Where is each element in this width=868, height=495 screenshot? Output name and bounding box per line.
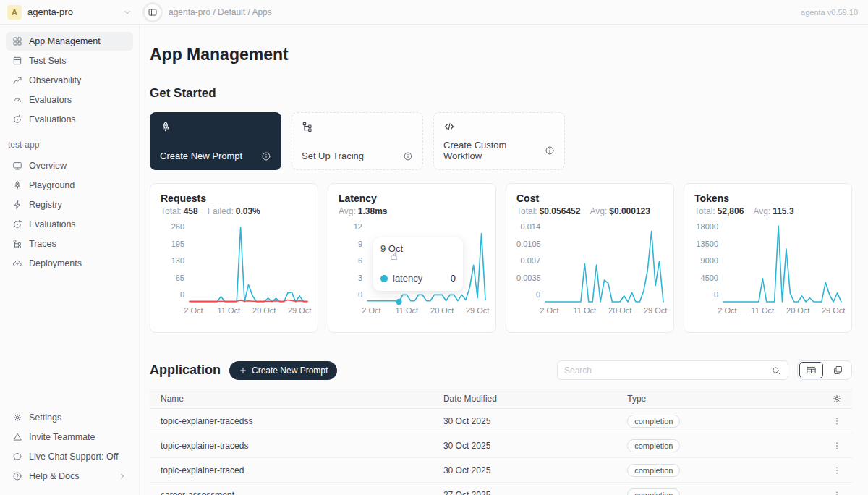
row-menu-icon[interactable] xyxy=(832,465,842,475)
type-badge: completion xyxy=(627,415,680,428)
info-icon[interactable] xyxy=(261,151,271,161)
y-tick-label: 6 xyxy=(339,257,362,265)
sidebar-item-label: Registry xyxy=(29,200,62,210)
main-content: App Management Get Started Create New Pr… xyxy=(140,25,868,495)
x-tick-label: 11 Oct xyxy=(752,306,775,315)
table-row[interactable]: topic-explainer-traceds 30 Oct 2025 comp… xyxy=(150,433,852,458)
sidebar-item-evaluators[interactable]: Evaluators xyxy=(6,90,133,109)
get-started-card-bottom: Create New Prompt xyxy=(160,151,271,161)
column-header-date-modified[interactable]: Date Modified xyxy=(443,394,627,404)
type-badge: completion xyxy=(627,439,680,452)
chevron-down-icon[interactable] xyxy=(122,7,132,17)
row-date-modified: 27 Oct 2025 xyxy=(443,490,627,495)
sidebar-item-help-docs[interactable]: Help & Docs xyxy=(6,467,133,486)
chart-plot[interactable] xyxy=(545,226,663,302)
table-row[interactable]: topic-explainer-tracedss 30 Oct 2025 com… xyxy=(150,409,852,433)
table-row[interactable]: topic-explainer-traced 30 Oct 2025 compl… xyxy=(150,458,852,483)
search-input[interactable] xyxy=(564,365,767,376)
gauge-icon xyxy=(12,95,22,105)
row-menu-icon[interactable] xyxy=(832,490,842,495)
refresh-icon xyxy=(12,219,22,229)
sidebar-item-label: Evaluators xyxy=(29,95,72,105)
sidebar-item-invite-teammate[interactable]: Invite Teammate xyxy=(6,428,133,447)
sidebar-item-live-chat-support-off[interactable]: Live Chat Support: Off xyxy=(6,447,133,466)
tree-icon xyxy=(302,121,313,132)
chart-card-requests: Requests Total:458 Failed:0.03% 26019513… xyxy=(150,183,318,333)
row-menu-icon[interactable] xyxy=(832,416,842,426)
x-tick-label: 2 Oct xyxy=(184,306,203,315)
view-toggle xyxy=(797,360,852,380)
row-app-name[interactable]: topic-explainer-traced xyxy=(161,465,443,475)
chart-stat: Total:$0.056452 xyxy=(516,206,580,216)
chart-plot[interactable] xyxy=(190,226,307,302)
x-tick-label: 20 Oct xyxy=(430,306,454,315)
sidebar: App Management Test Sets Observability E… xyxy=(0,25,140,495)
sidebar-item-playground[interactable]: Playground xyxy=(6,176,133,195)
x-tick-label: 20 Oct xyxy=(608,306,631,315)
sidebar-item-deployments[interactable]: Deployments xyxy=(6,254,133,273)
line-series-failed xyxy=(190,300,307,302)
chart-body: 0.0140.01050.0070.00350 xyxy=(516,226,663,302)
sidebar-item-label: Evaluations xyxy=(29,114,76,124)
chart-stats: Total:52,806 Avg:115.3 xyxy=(694,206,841,216)
get-started-card-set-up-tracing[interactable]: Set Up Tracing xyxy=(292,112,423,170)
sidebar-item-evaluations[interactable]: Evaluations xyxy=(6,110,133,129)
chat-icon xyxy=(12,452,22,462)
row-date-modified: 30 Oct 2025 xyxy=(443,416,627,426)
sidebar-item-observability[interactable]: Observability xyxy=(6,71,133,90)
x-axis-labels: 2 Oct11 Oct20 Oct29 Oct xyxy=(545,302,663,313)
column-header-type[interactable]: Type xyxy=(627,394,777,404)
row-menu-icon[interactable] xyxy=(832,441,842,451)
sidebar-item-app-management[interactable]: App Management xyxy=(6,32,133,51)
chart-stats: Total:458 Failed:0.03% xyxy=(161,206,307,216)
get-started-card-create-custom-workflow[interactable]: Create Custom Workflow xyxy=(433,112,565,170)
search-icon[interactable] xyxy=(771,365,781,376)
info-icon[interactable] xyxy=(545,145,555,156)
chart-icon xyxy=(12,75,22,85)
sidebar-item-test-sets[interactable]: Test Sets xyxy=(6,51,133,70)
line-series-cost xyxy=(545,231,663,302)
x-axis-labels: 2 Oct11 Oct20 Oct29 Oct xyxy=(367,302,485,313)
page-title: App Management xyxy=(150,45,852,64)
sidebar-toggle-button[interactable] xyxy=(142,2,163,22)
tooltip-series-row: latency 0 xyxy=(380,273,456,284)
sidebar-item-settings[interactable]: Settings xyxy=(6,408,133,427)
chart-plot[interactable] xyxy=(723,226,841,302)
workspace-selector[interactable]: A agenta-pro xyxy=(0,5,140,20)
rocket-icon xyxy=(12,180,22,190)
create-new-prompt-button-label: Create New Prompt xyxy=(252,365,328,376)
y-tick-label: 0 xyxy=(161,291,184,299)
column-header-name[interactable]: Name xyxy=(161,394,443,404)
get-started-card-bottom: Create Custom Workflow xyxy=(443,140,555,161)
chevron-right-icon xyxy=(118,472,127,481)
triangle-icon xyxy=(12,432,22,442)
sidebar-item-evaluations[interactable]: Evaluations xyxy=(6,215,133,234)
card-view-button[interactable] xyxy=(825,360,851,380)
sidebar-item-label: Help & Docs xyxy=(29,471,79,481)
y-tick-label: 13500 xyxy=(694,240,718,248)
get-started-cards: Create New Prompt Set Up Tracing Create … xyxy=(150,112,852,170)
x-tick-label: 2 Oct xyxy=(362,306,380,315)
row-app-name[interactable]: topic-explainer-tracedss xyxy=(161,416,443,426)
x-tick-label: 29 Oct xyxy=(822,306,845,315)
chart-stats: Total:$0.056452 Avg:$0.000123 xyxy=(516,206,663,216)
y-tick-label: 3 xyxy=(339,274,362,282)
info-icon[interactable] xyxy=(403,151,413,161)
sidebar-item-overview[interactable]: Overview xyxy=(6,156,133,175)
create-new-prompt-button[interactable]: Create New Prompt xyxy=(229,361,337,380)
table-view-button[interactable] xyxy=(798,360,825,380)
column-settings-gear-icon[interactable] xyxy=(832,394,842,404)
line-series-tokens xyxy=(723,226,841,302)
chart-card-cost: Cost Total:$0.056452 Avg:$0.000123 0.014… xyxy=(506,183,674,333)
get-started-card-create-new-prompt[interactable]: Create New Prompt xyxy=(150,112,281,170)
table-row[interactable]: career-assessment 27 Oct 2025 completion xyxy=(150,483,852,495)
y-tick-label: 260 xyxy=(161,223,184,231)
row-app-name[interactable]: career-assessment xyxy=(161,490,443,495)
row-app-name[interactable]: topic-explainer-traceds xyxy=(161,441,443,451)
panel-left-icon xyxy=(148,7,158,17)
sidebar-item-traces[interactable]: Traces xyxy=(6,234,133,253)
sidebar-item-label: Overview xyxy=(29,161,67,171)
code-icon xyxy=(443,121,455,132)
sidebar-item-registry[interactable]: Registry xyxy=(6,195,133,214)
y-tick-label: 0 xyxy=(694,291,718,299)
